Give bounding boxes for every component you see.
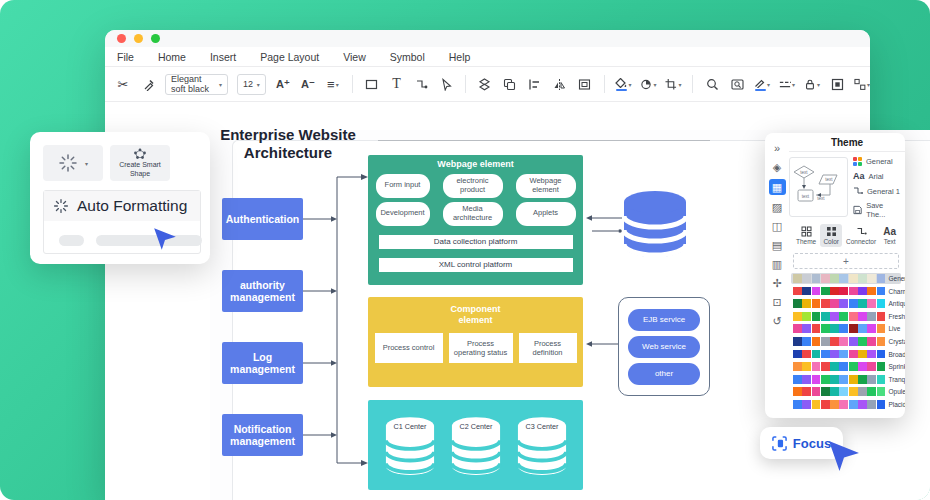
- expand-icon[interactable]: ✢: [769, 276, 786, 290]
- group-center-databases[interactable]: C1 Center C2 Center C3 Center: [368, 400, 583, 490]
- create-smart-shape-button[interactable]: Create Smart Shape: [110, 145, 170, 181]
- collapse-icon[interactable]: »: [769, 141, 786, 155]
- node-authentication[interactable]: Authentication: [222, 198, 303, 240]
- maximize-window-button[interactable]: [151, 34, 160, 43]
- background-icon[interactable]: ▨: [769, 200, 786, 214]
- pill-web-service[interactable]: Web service: [628, 336, 700, 358]
- color-swatch: [858, 337, 867, 346]
- shape-rectangle-icon[interactable]: [363, 75, 379, 93]
- cell-process-operating-status[interactable]: Process operating status: [449, 333, 513, 363]
- duplicate-icon[interactable]: [502, 75, 518, 93]
- menu-page-layout[interactable]: Page Layout: [260, 51, 319, 63]
- font-select[interactable]: Elegant soft black▾: [165, 74, 228, 95]
- menu-symbol[interactable]: Symbol: [390, 51, 425, 63]
- crop-icon[interactable]: ▾: [665, 75, 681, 93]
- palette-row-general[interactable]: General: [791, 273, 901, 284]
- bar-xml-control-platform[interactable]: XML control platform: [379, 258, 573, 272]
- database-c1-center[interactable]: C1 Center: [384, 416, 436, 478]
- symbol-library-icon[interactable]: [477, 75, 493, 93]
- fit-page-icon[interactable]: [577, 75, 593, 93]
- file-info-icon[interactable]: ▥: [769, 257, 786, 271]
- node-notification-management[interactable]: Notification management: [222, 414, 303, 456]
- group-services[interactable]: EJB service Web service other: [618, 297, 710, 396]
- pen-color-icon[interactable]: ▾: [754, 75, 770, 93]
- save-theme-row[interactable]: Save The...: [853, 201, 901, 219]
- cell-process-definition[interactable]: Process definition: [519, 333, 577, 363]
- text-tool-icon[interactable]: T: [388, 75, 404, 93]
- database-c2-center[interactable]: C2 Center: [450, 416, 502, 478]
- pill-form-input[interactable]: Form input: [376, 174, 430, 198]
- color-swatch: [821, 324, 830, 333]
- align-objects-icon[interactable]: [527, 75, 543, 93]
- tab-text[interactable]: Aa Text: [880, 224, 899, 247]
- search-icon[interactable]: [704, 75, 720, 93]
- close-window-button[interactable]: [117, 34, 126, 43]
- menu-insert[interactable]: Insert: [210, 51, 236, 63]
- group-webpage-element[interactable]: Webpage element Form input electronic pr…: [368, 155, 583, 285]
- format-painter-icon[interactable]: [140, 75, 156, 93]
- fill-color-icon[interactable]: ▾: [615, 75, 631, 93]
- color-swatch: [867, 387, 876, 396]
- menu-home[interactable]: Home: [158, 51, 186, 63]
- add-palette-button[interactable]: +: [793, 253, 899, 269]
- palette-row-sprinkle[interactable]: Sprinkle: [791, 361, 901, 372]
- contain-shape-icon[interactable]: [829, 75, 845, 93]
- pill-development[interactable]: Development: [376, 202, 430, 226]
- cell-process-control[interactable]: Process control: [375, 333, 443, 363]
- database-c3-center[interactable]: C3 Center: [516, 416, 568, 478]
- auto-formatting-menu-item[interactable]: Auto Formatting: [44, 191, 200, 221]
- fill-style-icon[interactable]: ◈: [769, 160, 786, 174]
- palette-row-opulent[interactable]: Opulent: [791, 386, 901, 397]
- auto-formatting-split-button[interactable]: ▾: [43, 145, 103, 181]
- palette-row-live[interactable]: Live: [791, 323, 901, 334]
- history-icon[interactable]: ↺: [769, 314, 786, 328]
- pill-other[interactable]: other: [628, 363, 700, 385]
- pill-ejb-service[interactable]: EJB service: [628, 309, 700, 331]
- select-area-icon[interactable]: [729, 75, 745, 93]
- connector-tool-icon[interactable]: [413, 75, 429, 93]
- text-align-icon[interactable]: ≡▾: [325, 75, 341, 93]
- menu-file[interactable]: File: [117, 51, 134, 63]
- presentation-icon[interactable]: ⊡: [769, 295, 786, 309]
- pill-media-architecture[interactable]: Media architecture: [443, 202, 503, 226]
- bar-data-collection-platform[interactable]: Data collection platform: [379, 235, 573, 249]
- menu-help[interactable]: Help: [449, 51, 471, 63]
- node-authority-management[interactable]: authority management: [222, 270, 303, 312]
- palette-row-broad[interactable]: Broad: [791, 349, 901, 360]
- outline-icon[interactable]: ▤: [769, 238, 786, 252]
- palette-row-placid[interactable]: Placid: [791, 399, 901, 410]
- theme-preview[interactable]: texttexttexttext: [789, 157, 848, 217]
- color-swatch: [821, 274, 830, 283]
- theme-connector-row[interactable]: General 1: [853, 186, 901, 196]
- pill-applets[interactable]: Applets: [516, 202, 576, 226]
- menu-view[interactable]: View: [343, 51, 366, 63]
- group-component-element[interactable]: Component element Process control Proces…: [368, 297, 583, 387]
- ungroup-icon[interactable]: ▾: [854, 75, 870, 93]
- theme-style-row[interactable]: General: [853, 157, 901, 166]
- database-icon[interactable]: [622, 190, 688, 260]
- palette-row-charm[interactable]: Charm: [791, 286, 901, 297]
- layers-icon[interactable]: ◫: [769, 219, 786, 233]
- palette-row-tranquil[interactable]: Tranquil: [791, 374, 901, 385]
- increase-font-icon[interactable]: A⁺: [275, 75, 291, 93]
- pill-electronic-product[interactable]: electronic product: [443, 174, 503, 198]
- lock-icon[interactable]: ▾: [804, 75, 820, 93]
- tab-theme[interactable]: Theme: [793, 224, 819, 247]
- cut-icon[interactable]: ✂: [115, 75, 131, 93]
- font-size-select[interactable]: 12▾: [237, 74, 266, 95]
- tab-color[interactable]: Color: [820, 224, 842, 247]
- shape-color-icon[interactable]: ▾: [640, 75, 656, 93]
- pointer-tool-icon[interactable]: [438, 75, 454, 93]
- flip-icon[interactable]: [552, 75, 568, 93]
- line-style-icon[interactable]: ▾: [779, 75, 795, 93]
- theme-icon[interactable]: ▦: [769, 179, 786, 195]
- palette-row-antique[interactable]: Antique: [791, 298, 901, 309]
- theme-font-row[interactable]: Aa Arial: [853, 171, 901, 181]
- decrease-font-icon[interactable]: A⁻: [300, 75, 316, 93]
- minimize-window-button[interactable]: [134, 34, 143, 43]
- tab-connector[interactable]: Connector: [843, 224, 879, 247]
- node-log-management[interactable]: Log management: [222, 342, 303, 384]
- pill-webpage-element[interactable]: Webpage element: [516, 174, 576, 198]
- palette-row-fresh[interactable]: Fresh: [791, 311, 901, 322]
- palette-row-crystal[interactable]: Crystal: [791, 336, 901, 347]
